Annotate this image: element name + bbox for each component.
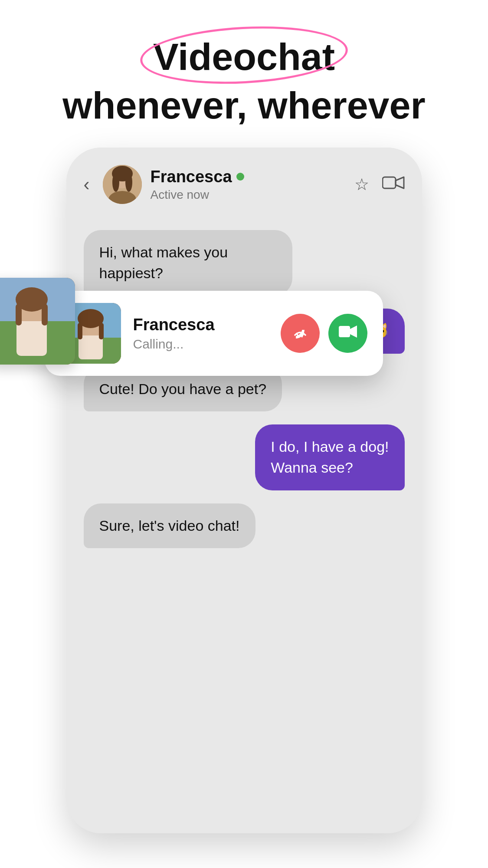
contact-status: Active now: [151, 188, 346, 202]
svg-rect-22: [99, 323, 104, 339]
svg-rect-13: [16, 304, 22, 326]
svg-rect-6: [383, 177, 396, 188]
call-info: Francesca Calling...: [133, 316, 269, 352]
chat-body: Hi, what makes you happiest? Probably an…: [66, 217, 422, 561]
svg-point-5: [125, 173, 132, 192]
header-actions: ☆: [354, 175, 405, 194]
call-card: Francesca Calling...: [45, 291, 383, 376]
caller-photo: [0, 278, 75, 365]
svg-point-4: [112, 173, 119, 192]
decline-button[interactable]: [281, 314, 320, 353]
accept-icon: [338, 324, 357, 343]
contact-info: Francesca Active now: [151, 168, 346, 202]
svg-rect-11: [16, 321, 47, 356]
online-indicator: [236, 173, 244, 181]
phone-shell: ‹ Francesca: [66, 148, 422, 833]
call-buttons: [281, 314, 367, 353]
hero-title-line2: whenever, wherever: [0, 83, 488, 128]
decline-icon: [291, 323, 309, 344]
svg-rect-25: [339, 326, 350, 337]
favorite-button[interactable]: ☆: [354, 175, 369, 194]
back-button[interactable]: ‹: [84, 174, 90, 195]
message-4: I do, I have a dog!Wanna see?: [255, 424, 404, 490]
accept-button[interactable]: [328, 314, 367, 353]
call-status: Calling...: [133, 337, 269, 352]
message-1: Hi, what makes you happiest?: [84, 230, 292, 296]
message-5: Sure, let's video chat!: [84, 503, 255, 549]
hero-section: Videochat whenever, wherever: [0, 0, 488, 128]
svg-rect-21: [78, 323, 82, 339]
phone-wrapper: ‹ Francesca: [66, 148, 422, 833]
chat-header: ‹ Francesca: [66, 148, 422, 217]
video-call-button[interactable]: [382, 175, 405, 194]
svg-rect-14: [42, 304, 48, 326]
caller-name: Francesca: [133, 316, 269, 334]
contact-name: Francesca: [151, 168, 346, 186]
svg-rect-19: [79, 335, 103, 359]
hero-title-line1: Videochat: [153, 35, 335, 79]
contact-avatar: [103, 165, 142, 204]
